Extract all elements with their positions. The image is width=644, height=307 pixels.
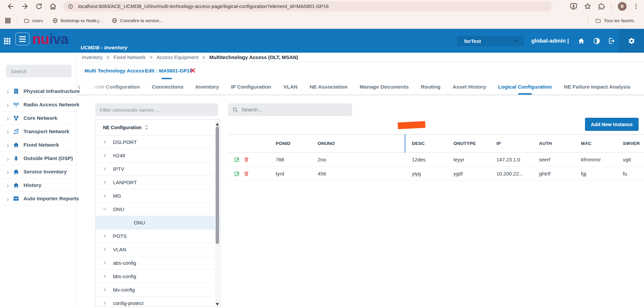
- instances-search: [228, 103, 352, 116]
- tree-item-abs-config[interactable]: abs-config: [96, 256, 220, 270]
- scrollbar-thumb[interactable]: [216, 126, 219, 244]
- breadcrumb-inventory[interactable]: Inventory: [82, 54, 103, 60]
- tab-edit-element[interactable]: Edit : MA5801-GP16: [145, 62, 193, 79]
- breadcrumb: Inventory > Fixed Network > Access Equip…: [76, 53, 644, 62]
- bookmarks-bar: cours Bootstrap vs Node.j... Connaître l…: [0, 13, 644, 29]
- search-icon: [232, 107, 238, 113]
- scroll-up-icon[interactable]: [216, 121, 219, 124]
- bookmark-all-favorites[interactable]: Tous les favoris: [587, 17, 634, 24]
- instances-search-input[interactable]: [241, 107, 348, 113]
- bookmark-bootstrap[interactable]: Bootstrap vs Node.j...: [52, 18, 102, 23]
- nuiva-logo: nuiva: [32, 30, 68, 48]
- filter-commands-input[interactable]: [95, 103, 218, 116]
- cell-mac: fgj: [574, 171, 615, 176]
- bookmark-star-icon[interactable]: [584, 2, 592, 10]
- tree-item-lanport[interactable]: LANPORT: [96, 176, 220, 189]
- tab-manage-documents[interactable]: Manage Documents: [360, 79, 409, 95]
- tree-item-dslport[interactable]: DSLPORT: [96, 136, 220, 149]
- chevron-right-icon: [6, 170, 10, 173]
- tab-ip-configuration[interactable]: IP Configuration: [231, 79, 271, 95]
- add-new-instance-button[interactable]: Add New Instance: [585, 118, 639, 131]
- tab-connections[interactable]: Connections: [152, 79, 183, 95]
- contrast-icon[interactable]: [593, 37, 600, 45]
- tab-vlan[interactable]: VLAN: [283, 79, 298, 95]
- edit-row-icon[interactable]: [234, 157, 240, 162]
- chevron-right-icon: [103, 140, 107, 144]
- delete-row-icon[interactable]: [244, 171, 249, 176]
- globe-icon: [52, 18, 58, 23]
- tree-header-ne-configuration[interactable]: NE Configuration: [96, 119, 220, 136]
- column-auth: AUTH: [532, 141, 574, 146]
- sidebar-item-fixed-network[interactable]: Fixed Network: [0, 138, 76, 152]
- settings-gear-icon[interactable]: [628, 37, 635, 45]
- cell-onutype: ygitf: [446, 171, 489, 176]
- install-icon[interactable]: [570, 2, 578, 10]
- reload-icon[interactable]: [35, 2, 43, 10]
- chevron-right-icon: [6, 156, 10, 160]
- sidebar-item-outside-plant[interactable]: Outside Plant (OSP): [0, 152, 76, 165]
- tab-routing[interactable]: Routing: [421, 79, 441, 95]
- tab-logical-configuration[interactable]: Logical Configuration: [498, 79, 552, 95]
- tree-item-vlan[interactable]: VLAN: [96, 243, 220, 256]
- antenna-icon: [13, 101, 19, 108]
- sidebar-item-service-inventory[interactable]: Service Inventory: [0, 165, 76, 178]
- forward-icon[interactable]: [21, 2, 29, 10]
- tree-item-config-protect[interactable]: config-protect: [96, 297, 220, 307]
- extensions-icon[interactable]: [598, 3, 605, 10]
- folder-icon: [24, 18, 30, 23]
- tab-asset-history[interactable]: Asset History: [452, 79, 486, 95]
- tree-item-onu-child-selected[interactable]: ONU: [96, 216, 220, 229]
- tree-scrollbar[interactable]: [215, 119, 220, 307]
- back-icon[interactable]: [7, 2, 15, 10]
- cell-ponid: 788: [268, 157, 310, 162]
- chevron-right-icon: [103, 288, 107, 292]
- tab-cable-configuration[interactable]: able Configuration: [94, 79, 140, 95]
- tree-item-pots[interactable]: POTS: [96, 229, 220, 243]
- sidebar-item-auto-importer-reports[interactable]: Auto Importer Reports: [0, 192, 76, 205]
- bookmark-connaitre[interactable]: Connaître la version...: [112, 18, 163, 23]
- breadcrumb-current: Multitechnology Access (OLT, MSAN): [209, 54, 298, 60]
- home-browser-icon[interactable]: [49, 2, 57, 10]
- chevron-right-icon: [103, 194, 107, 198]
- browser-menu-icon[interactable]: [633, 3, 639, 10]
- sidebar-item-radio-access-network[interactable]: Radio Access Network: [0, 98, 76, 111]
- tree-item-onu-parent[interactable]: ONU: [96, 203, 220, 216]
- app-launcher-icon[interactable]: [4, 38, 10, 44]
- home-icon[interactable]: [578, 37, 585, 45]
- profile-avatar[interactable]: B: [618, 2, 627, 11]
- tab-inventory[interactable]: Inventory: [196, 79, 219, 95]
- column-mac: MAC: [574, 141, 615, 146]
- breadcrumb-fixed-network[interactable]: Fixed Network: [113, 54, 146, 60]
- menu-toggle-button[interactable]: [15, 33, 30, 45]
- environment-select[interactable]: forTest: [457, 36, 524, 46]
- edit-row-icon[interactable]: [234, 171, 240, 176]
- table-header-row: PONID ONUNO DESC ONUTYPE IP AUTH MAC SWV…: [228, 134, 644, 153]
- sidebar-search-input[interactable]: [6, 65, 71, 78]
- tree-item-h248[interactable]: H248: [96, 149, 220, 162]
- close-edit-tab-icon[interactable]: [190, 67, 196, 73]
- tree-item-btv-config[interactable]: btv-config: [96, 283, 220, 297]
- tab-ne-association[interactable]: NE Association: [310, 79, 347, 95]
- address-bar[interactable]: localhost:6083/ACE_UCMDB_UI/inv/multi-te…: [63, 1, 552, 11]
- sidebar-item-transport-network[interactable]: Transport Network: [0, 125, 76, 138]
- logout-icon[interactable]: [608, 37, 615, 45]
- sidebar-item-history[interactable]: History: [0, 178, 76, 192]
- tree-icon: [13, 155, 19, 162]
- url-text[interactable]: localhost:6083/ACE_UCMDB_UI/inv/multi-te…: [78, 4, 329, 9]
- delete-row-icon[interactable]: [244, 157, 249, 162]
- sidebar-item-core-network[interactable]: Core Network: [0, 111, 76, 125]
- tree-item-iptv[interactable]: IPTV: [96, 162, 220, 176]
- tab-ne-failure-impact-analysis[interactable]: NE Failure Impact Analysis: [564, 79, 630, 95]
- apps-grid-icon[interactable]: [5, 17, 11, 24]
- sidebar-item-physical-infrastructure[interactable]: Physical Infrastructure: [0, 85, 76, 98]
- bookmark-cours[interactable]: cours: [24, 18, 43, 23]
- tab-multi-technology-access[interactable]: Multi Technology Access: [85, 62, 144, 79]
- tree-item-bbs-config[interactable]: bbs-config: [96, 270, 220, 283]
- table-row: tyrd 456 yiyg ygitf 10.200.22... ghtrtf …: [228, 167, 644, 181]
- site-info-icon[interactable]: [68, 4, 73, 9]
- scroll-down-icon[interactable]: [216, 301, 219, 305]
- chevron-right-icon: [103, 154, 107, 157]
- chevron-down-icon: [103, 207, 107, 211]
- breadcrumb-access-equipment[interactable]: Access Equipment: [157, 54, 198, 60]
- tree-item-mg[interactable]: MG: [96, 189, 220, 203]
